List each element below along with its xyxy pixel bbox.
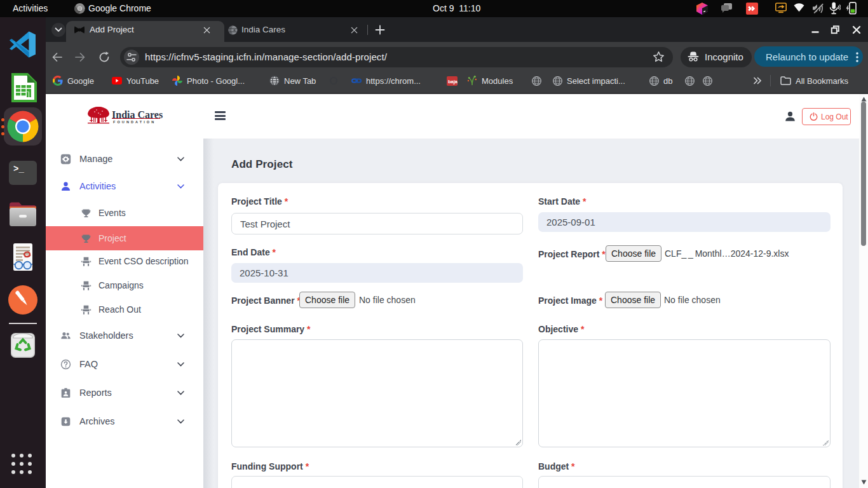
svg-text:bajaj: bajaj [448,78,458,84]
svg-text:>_: >_ [13,164,24,174]
